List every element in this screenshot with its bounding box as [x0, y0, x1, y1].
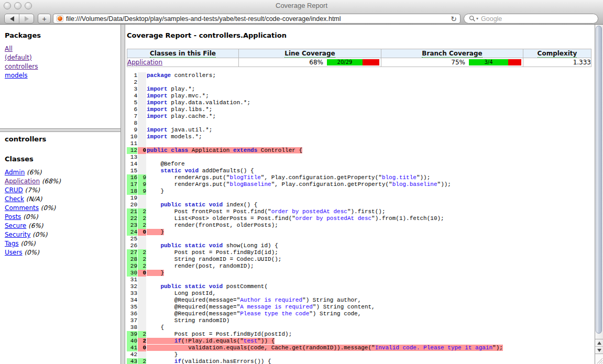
class-list-item: Check (N/A) — [5, 195, 117, 204]
class-link-posts[interactable]: Posts — [5, 213, 21, 220]
scrollbar-track[interactable] — [595, 25, 603, 364]
line-number: 34 — [127, 297, 138, 304]
source-line: 8 — [127, 120, 595, 127]
source-line: 179 renderArgs.put("blogBaseline", Play.… — [127, 181, 595, 188]
frame-divider-horizontal[interactable] — [0, 128, 120, 132]
hit-count — [138, 351, 147, 358]
search-field[interactable]: ▾ Google — [464, 14, 598, 24]
source-line: 9import java.util.*; — [127, 127, 595, 134]
line-number: 39 — [127, 331, 138, 338]
scroll-down-button[interactable] — [595, 347, 603, 354]
class-list-item: Users (0%) — [5, 248, 117, 257]
source-line: 11 — [127, 140, 595, 147]
search-options-chevron-icon[interactable]: ▾ — [476, 16, 478, 21]
line-number: 23 — [127, 222, 138, 229]
scrollbar-thumb[interactable] — [596, 26, 602, 334]
source-code — [147, 140, 595, 147]
source-line: 35 @Required(message="A message is requi… — [127, 304, 595, 311]
hit-count — [138, 283, 147, 290]
back-button[interactable] — [5, 14, 19, 23]
scroll-up-button[interactable] — [595, 339, 603, 347]
source-code: render(frontPost, olderPosts); — [147, 222, 595, 229]
class-list-item: Application (68%) — [5, 177, 117, 186]
minimize-window-button[interactable] — [14, 2, 21, 9]
source-line: 6import play.libs.*; — [127, 106, 595, 113]
source-line: 26 public static void show(Long id) { — [127, 242, 595, 249]
source-line: 7import play.cache.*; — [127, 113, 595, 120]
hit-count — [138, 72, 147, 79]
package-link-models[interactable]: models — [5, 72, 28, 79]
reload-icon[interactable]: ↻ — [451, 15, 457, 23]
hit-count — [138, 324, 147, 331]
resize-grip[interactable] — [595, 354, 603, 364]
branch-coverage-bar: 3/4 — [469, 59, 521, 65]
source-line: 232 render(frontPost, olderPosts); — [127, 222, 595, 229]
classes-heading: Classes — [5, 155, 117, 163]
browser-chrome: Coverage Report + file:///Volumes/Data/D… — [0, 0, 603, 25]
sidebar: Packages All(default)controllersmodels c… — [0, 25, 120, 364]
line-number: 1 — [127, 72, 138, 79]
hit-count — [138, 202, 147, 208]
class-link-comments[interactable]: Comments — [5, 204, 39, 212]
browser-toolbar: + file:///Volumes/Data/Desktop/play/samp… — [0, 14, 603, 24]
hit-count — [138, 195, 147, 202]
packages-frame: Packages All(default)controllersmodels — [0, 25, 120, 128]
source-line: 222 List<Post> olderPosts = Post.find("o… — [127, 215, 595, 222]
source-line: 392 Post post = Post.findById(postId); — [127, 331, 595, 338]
forward-button[interactable] — [19, 14, 34, 23]
class-file-link[interactable]: Application — [127, 59, 162, 66]
class-link-check[interactable]: Check — [5, 195, 24, 203]
col-line-coverage: Line Coverage — [239, 49, 381, 58]
source-code: @Required(message="A message is required… — [147, 304, 595, 311]
class-link-tags[interactable]: Tags — [5, 240, 19, 247]
source-code: @Required(message="Author is required") … — [147, 297, 595, 304]
window-title: Coverage Report — [0, 0, 603, 12]
line-number: 2 — [127, 79, 138, 86]
summary-data-row: Application 68% 20/29 75% — [127, 58, 591, 67]
line-coverage-bar: 20/29 — [327, 59, 379, 65]
hit-count: 2 — [138, 208, 147, 215]
source-line: 25 — [127, 236, 595, 242]
class-link-application[interactable]: Application — [5, 178, 40, 185]
line-number: 36 — [127, 311, 138, 317]
class-coverage-pct: (7%) — [23, 186, 40, 194]
packages-heading: Packages — [5, 31, 117, 40]
zoom-window-button[interactable] — [25, 2, 32, 9]
summary-table: Classes in this File Line Coverage Branc… — [127, 49, 591, 67]
line-coverage-bar-green: 20/29 — [327, 59, 363, 65]
package-list-item: All — [5, 45, 117, 53]
hit-count — [138, 290, 147, 297]
line-number: 21 — [127, 208, 138, 215]
classes-list: Admin (6%)Application (68%)CRUD (7%)Chec… — [5, 168, 117, 257]
line-number: 17 — [127, 181, 138, 188]
hit-count: 2 — [138, 338, 147, 345]
report-frame: Coverage Report - controllers.Applicatio… — [125, 25, 595, 364]
package-link-all[interactable]: All — [5, 45, 13, 52]
line-number: 5 — [127, 100, 138, 106]
class-link-users[interactable]: Users — [5, 249, 23, 256]
class-list-item: Security (0%) — [5, 230, 117, 239]
package-link-default[interactable]: (default) — [5, 54, 32, 61]
line-number: 14 — [127, 161, 138, 168]
source-line: 19 — [127, 195, 595, 202]
address-bar[interactable]: file:///Volumes/Data/Desktop/play/sample… — [53, 14, 461, 24]
class-link-crud[interactable]: CRUD — [5, 186, 23, 194]
source-line: 38 { — [127, 324, 595, 331]
close-window-button[interactable] — [4, 2, 11, 9]
class-link-security[interactable]: Security — [5, 231, 30, 238]
source-code — [147, 236, 595, 242]
class-coverage-pct: (0%) — [23, 249, 39, 256]
source-code: if(!Play.id.equals("test")) { — [147, 338, 595, 345]
branch-coverage-bar-red — [508, 59, 521, 65]
hit-count: 9 — [138, 174, 147, 181]
frame-divider-vertical[interactable] — [120, 25, 125, 364]
source-line: 1package controllers; — [127, 72, 595, 79]
new-tab-button[interactable]: + — [38, 14, 51, 24]
source-line: 120public class Application extends Cont… — [127, 147, 595, 154]
package-link-controllers[interactable]: controllers — [5, 63, 38, 70]
page-content: Packages All(default)controllersmodels c… — [0, 25, 603, 364]
source-code: public static void index() { — [147, 202, 595, 208]
class-link-admin[interactable]: Admin — [5, 169, 25, 176]
line-number: 42 — [127, 351, 138, 358]
class-link-secure[interactable]: Secure — [5, 222, 26, 229]
